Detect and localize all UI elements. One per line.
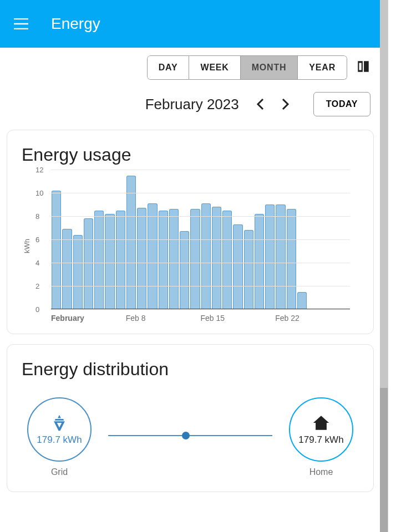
chart-bar[interactable] xyxy=(265,204,275,309)
energy-usage-card: Energy usage kWh 024681012 FebruaryFeb 8… xyxy=(7,130,374,334)
chart-bar[interactable] xyxy=(137,208,146,309)
chart-x-tick: Feb 8 xyxy=(126,314,201,323)
chart-bar[interactable] xyxy=(148,203,157,309)
grid-label: Grid xyxy=(51,467,68,477)
chart-x-tick: Feb 15 xyxy=(201,314,276,323)
chart-bar[interactable] xyxy=(126,176,136,310)
scrollbar-track[interactable] xyxy=(380,0,388,532)
chart-gridline xyxy=(51,216,350,217)
home-icon xyxy=(312,413,331,432)
chart-gridline xyxy=(51,193,350,193)
chart-bar[interactable] xyxy=(169,209,179,309)
chart-y-tick: 6 xyxy=(35,236,39,244)
flow-dot-icon xyxy=(182,432,190,439)
home-value: 179.7 kWh xyxy=(298,434,343,446)
transmission-tower-icon xyxy=(50,413,69,432)
chart-bar[interactable] xyxy=(159,211,168,310)
chart-y-tick: 4 xyxy=(35,259,39,267)
energy-distribution-title: Energy distribution xyxy=(22,359,359,380)
home-node[interactable]: 179.7 kWh Home xyxy=(289,397,353,477)
period-month-button[interactable]: MONTH xyxy=(241,55,298,80)
period-year-button[interactable]: YEAR xyxy=(298,55,347,80)
flow-link xyxy=(108,435,272,436)
chart-bar[interactable] xyxy=(116,211,125,310)
chart-bar[interactable] xyxy=(73,235,83,309)
chart-x-tick: February xyxy=(51,314,126,323)
menu-button[interactable] xyxy=(11,14,31,34)
period-week-button[interactable]: WEEK xyxy=(189,55,240,80)
chart-bar[interactable] xyxy=(52,191,61,309)
chart-bar[interactable] xyxy=(276,204,285,309)
grid-node[interactable]: 179.7 kWh Grid xyxy=(27,397,92,477)
period-day-button[interactable]: DAY xyxy=(147,55,190,80)
period-segmented-control: DAY WEEK MONTH YEAR xyxy=(147,55,347,80)
app-title: Energy xyxy=(51,15,100,33)
chart-bar[interactable] xyxy=(105,214,114,309)
chart-gridline xyxy=(51,170,350,170)
chevron-left-icon xyxy=(256,98,264,110)
chart-bar[interactable] xyxy=(255,214,264,309)
chart-gridline xyxy=(51,263,350,263)
chart-gridline xyxy=(51,239,350,240)
previous-period-button[interactable] xyxy=(252,96,268,112)
chart-bar[interactable] xyxy=(84,218,93,309)
chart-bar[interactable] xyxy=(190,209,200,309)
chart-bar[interactable] xyxy=(244,230,253,309)
chart-bar[interactable] xyxy=(201,203,211,309)
chart-y-tick: 8 xyxy=(35,212,39,221)
energy-usage-title: Energy usage xyxy=(22,145,359,165)
energy-distribution-card: Energy distribution 179.7 kWh Grid 179.7… xyxy=(7,344,374,492)
chart-gridline xyxy=(51,286,350,287)
period-toolbar: DAY WEEK MONTH YEAR xyxy=(0,48,380,80)
chart-bar[interactable] xyxy=(222,211,232,310)
chart-bar[interactable] xyxy=(180,231,189,309)
chart-bar[interactable] xyxy=(94,211,104,310)
compare-icon xyxy=(356,59,370,74)
date-navigation: February 2023 TODAY xyxy=(0,80,380,124)
chart-x-tick: Feb 22 xyxy=(275,314,350,323)
energy-usage-chart[interactable]: 024681012 FebruaryFeb 8Feb 15Feb 22 xyxy=(31,170,359,323)
chart-y-tick: 12 xyxy=(35,166,43,174)
chart-bar[interactable] xyxy=(287,209,296,309)
chevron-right-icon xyxy=(282,98,290,110)
home-label: Home xyxy=(309,467,333,477)
scrollbar-thumb-lower[interactable] xyxy=(380,388,388,532)
chart-bar[interactable] xyxy=(297,292,307,310)
chart-y-axis-label: kWh xyxy=(22,170,31,323)
chart-y-tick: 2 xyxy=(35,282,39,290)
chart-y-tick: 10 xyxy=(35,189,43,197)
scrollbar-thumb[interactable] xyxy=(380,0,388,388)
today-button[interactable]: TODAY xyxy=(313,92,370,116)
chart-y-tick: 0 xyxy=(35,305,39,314)
next-period-button[interactable] xyxy=(278,96,293,112)
chart-bar[interactable] xyxy=(62,229,72,309)
chart-gridline xyxy=(51,309,350,310)
app-header: Energy xyxy=(0,0,380,48)
current-period-label: February 2023 xyxy=(145,96,239,113)
hamburger-icon xyxy=(14,18,28,29)
chart-bar[interactable] xyxy=(212,207,221,309)
grid-value: 179.7 kWh xyxy=(37,434,82,446)
chart-bar[interactable] xyxy=(233,224,242,309)
compare-toggle-button[interactable] xyxy=(356,59,370,76)
